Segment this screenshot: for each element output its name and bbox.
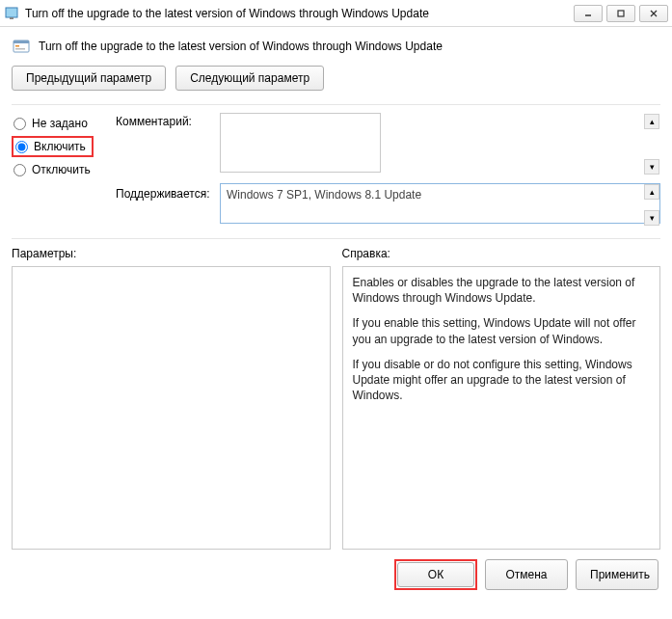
scroll-up-icon[interactable]: ▴ bbox=[644, 184, 659, 200]
options-panel[interactable] bbox=[12, 266, 331, 550]
apply-button[interactable]: Применить bbox=[576, 559, 659, 590]
minimize-button[interactable] bbox=[574, 5, 603, 22]
comment-textarea[interactable] bbox=[220, 113, 381, 173]
svg-rect-9 bbox=[15, 48, 25, 50]
previous-setting-button[interactable]: Предыдущий параметр bbox=[12, 66, 166, 91]
svg-rect-3 bbox=[618, 11, 624, 16]
app-icon bbox=[4, 6, 19, 21]
radio-not-configured-input[interactable] bbox=[13, 118, 26, 130]
svg-rect-1 bbox=[10, 17, 13, 19]
footer-buttons: ОК Отмена Применить bbox=[12, 559, 660, 590]
help-panel[interactable]: Enables or disables the upgrade to the l… bbox=[342, 266, 661, 550]
supported-label: Поддерживается: bbox=[116, 183, 212, 201]
radio-not-configured[interactable]: Не задано bbox=[12, 113, 108, 134]
radio-label: Не задано bbox=[32, 117, 88, 130]
options-label: Параметры: bbox=[12, 247, 331, 260]
maximize-button[interactable] bbox=[606, 5, 635, 22]
ok-button[interactable]: ОК bbox=[397, 562, 474, 587]
window-title: Turn off the upgrade to the latest versi… bbox=[25, 7, 574, 20]
radio-disabled[interactable]: Отключить bbox=[12, 159, 108, 180]
nav-buttons: Предыдущий параметр Следующий параметр bbox=[12, 66, 660, 91]
cancel-button[interactable]: Отмена bbox=[485, 559, 568, 590]
radio-enabled[interactable]: Включить bbox=[12, 136, 94, 157]
ok-highlight: ОК bbox=[394, 559, 477, 590]
policy-icon bbox=[12, 37, 31, 56]
scroll-down-icon[interactable]: ▾ bbox=[644, 159, 659, 175]
radio-enabled-input[interactable] bbox=[15, 141, 28, 153]
supported-box bbox=[220, 183, 660, 224]
next-setting-button[interactable]: Следующий параметр bbox=[175, 66, 324, 91]
configuration-grid: Не задано Включить Отключить Комментарий… bbox=[12, 113, 660, 227]
title-bar: Turn off the upgrade to the latest versi… bbox=[0, 0, 672, 27]
svg-rect-0 bbox=[6, 8, 17, 17]
help-text: If you enable this setting, Windows Upda… bbox=[353, 315, 651, 346]
radio-label: Включить bbox=[34, 140, 86, 153]
help-text: If you disable or do not configure this … bbox=[353, 357, 651, 404]
divider bbox=[12, 104, 660, 105]
scroll-up-icon[interactable]: ▴ bbox=[644, 114, 659, 129]
scroll-down-icon[interactable]: ▾ bbox=[644, 210, 659, 226]
close-button[interactable] bbox=[639, 5, 668, 22]
policy-title: Turn off the upgrade to the latest versi… bbox=[39, 40, 443, 53]
svg-rect-7 bbox=[13, 40, 29, 43]
content-area: Turn off the upgrade to the latest versi… bbox=[0, 27, 672, 600]
svg-rect-8 bbox=[15, 45, 19, 47]
lower-panels: Параметры: Справка: Enables or disables … bbox=[12, 247, 660, 550]
state-radios: Не задано Включить Отключить bbox=[12, 113, 108, 180]
header-row: Turn off the upgrade to the latest versi… bbox=[12, 37, 660, 56]
radio-label: Отключить bbox=[32, 163, 91, 176]
help-label: Справка: bbox=[342, 247, 661, 260]
comment-wrapper: ▴ ▾ bbox=[220, 113, 660, 175]
divider bbox=[12, 238, 660, 239]
comment-label: Комментарий: bbox=[116, 113, 212, 128]
help-text: Enables or disables the upgrade to the l… bbox=[353, 275, 651, 306]
supported-wrapper: ▴ ▾ bbox=[220, 183, 660, 227]
radio-disabled-input[interactable] bbox=[13, 164, 26, 176]
help-column: Справка: Enables or disables the upgrade… bbox=[342, 247, 661, 550]
options-column: Параметры: bbox=[12, 247, 331, 550]
window-controls bbox=[574, 5, 668, 22]
